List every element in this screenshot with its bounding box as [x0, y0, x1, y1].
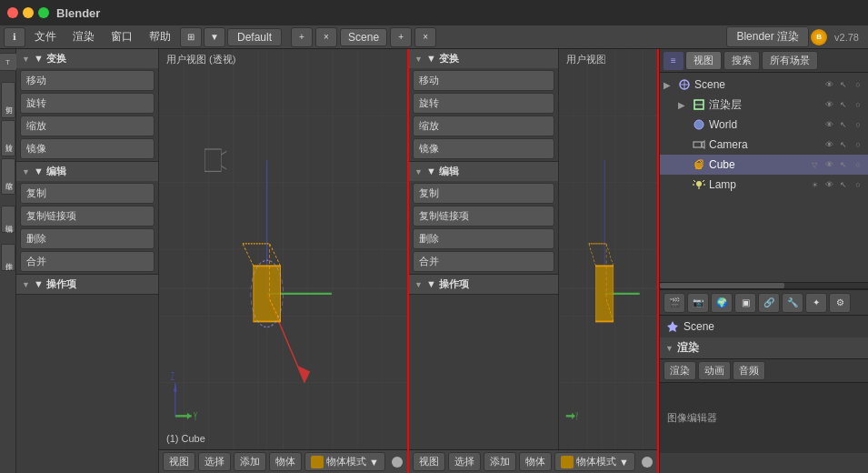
scene-icon-right[interactable]: × [315, 27, 337, 47]
cam-cursor-icon[interactable]: ↖ [837, 138, 850, 151]
right-vp-3d[interactable]: 用户视图 [559, 49, 657, 449]
props-icon-render[interactable]: 🎬 [663, 293, 685, 313]
sidebar-icon-2[interactable]: 编辑 [1, 206, 15, 233]
sidebar-icon-1[interactable]: T [0, 53, 17, 71]
rv-join-btn[interactable]: 合并 [413, 251, 554, 272]
vr-select-btn[interactable]: 选择 [448, 452, 481, 471]
props-icon-physics[interactable]: ⚙ [829, 293, 851, 313]
vl-view-btn[interactable]: 视图 [163, 452, 195, 471]
duplicate-link-btn[interactable]: 复制链接项 [20, 206, 155, 226]
outliner-scrollbar-thumb[interactable] [660, 283, 784, 288]
sidebar-icon-scale[interactable]: 缩放 [1, 158, 15, 195]
renderlayer-expand[interactable]: ▶ [678, 100, 691, 110]
tree-item-world[interactable]: World 👁 ↖ ○ [660, 115, 868, 135]
props-icon-world[interactable]: 🌍 [711, 293, 733, 313]
cube-filter-icon[interactable]: ▽ [808, 158, 821, 171]
lamp-eye-icon[interactable]: 👁 [823, 178, 835, 191]
vl-object-btn[interactable]: 物体 [269, 452, 302, 471]
scene-icon-left[interactable]: + [291, 27, 313, 47]
menu-render[interactable]: 渲染 [65, 27, 102, 46]
minimize-button[interactable] [23, 7, 34, 18]
transform-header[interactable]: ▼ ▼ 变换 [16, 49, 158, 68]
close-button[interactable] [7, 7, 18, 18]
workspace-label[interactable]: Default [227, 28, 282, 46]
rv-rotate-btn[interactable]: 旋转 [413, 93, 554, 114]
outliner-icon[interactable]: ≡ [663, 52, 683, 70]
info-icon[interactable]: ℹ [4, 27, 25, 47]
vl-sphere-icon[interactable] [392, 457, 403, 468]
world-cursor-icon[interactable]: ↖ [837, 118, 850, 131]
join-btn[interactable]: 合并 [20, 251, 155, 272]
cube-cursor-icon[interactable]: ↖ [837, 158, 850, 171]
maximize-button[interactable] [38, 7, 49, 18]
duplicate-btn[interactable]: 复制 [20, 183, 155, 204]
props-icon-constraints[interactable]: 🔗 [758, 293, 780, 313]
props-icon-object[interactable]: ▣ [734, 293, 756, 313]
move-btn[interactable]: 移动 [20, 70, 155, 91]
menu-help[interactable]: 帮助 [142, 27, 178, 46]
vr-object-btn[interactable]: 物体 [519, 452, 552, 471]
scene-cursor-icon[interactable]: ↖ [837, 78, 850, 91]
scene-eye-icon[interactable]: 👁 [823, 78, 835, 91]
rl-icon-2[interactable]: ↖ [837, 98, 850, 111]
ops-header[interactable]: ▼ ▼ 操作项 [16, 275, 158, 294]
sidebar-icon-cut[interactable]: 剪切 [1, 82, 15, 118]
rv-scale-btn[interactable]: 缩放 [413, 116, 554, 136]
props-icon-scene[interactable]: 📷 [687, 293, 709, 313]
scene-select[interactable]: Scene [340, 28, 387, 46]
tab-render[interactable]: 渲染 [663, 361, 696, 380]
cam-eye-icon[interactable]: 👁 [823, 138, 835, 151]
tree-item-cube[interactable]: Cube ▽ 👁 ↖ ○ [660, 155, 868, 175]
mirror-btn[interactable]: 镜像 [20, 138, 155, 159]
tree-item-camera[interactable]: Camera 👁 ↖ ○ [660, 135, 868, 155]
rotate-btn[interactable]: 旋转 [20, 93, 155, 114]
rl-icon-3[interactable]: ○ [852, 98, 864, 111]
menu-file[interactable]: 文件 [27, 27, 64, 46]
outliner-tab-view[interactable]: 视图 [685, 51, 722, 70]
world-render-icon[interactable]: ○ [852, 118, 864, 131]
vl-mode-select[interactable]: 物体模式 ▼ [304, 452, 385, 471]
rv-move-btn[interactable]: 移动 [413, 70, 554, 91]
outliner-scrollbar[interactable] [660, 282, 868, 289]
menu-window[interactable]: 窗口 [104, 27, 140, 46]
cube-eye-icon[interactable]: 👁 [823, 158, 835, 171]
lamp-cursor-icon[interactable]: ↖ [837, 178, 850, 191]
scale-btn[interactable]: 缩放 [20, 116, 155, 136]
delete-btn[interactable]: 删除 [20, 228, 155, 249]
lamp-filter-icon[interactable]: ☀ [808, 178, 821, 191]
vr-sphere-icon[interactable] [642, 457, 653, 468]
rv-transform-header[interactable]: ▼ ▼ 变换 [409, 49, 558, 68]
world-eye-icon[interactable]: 👁 [823, 118, 835, 131]
tab-animation[interactable]: 动画 [698, 361, 731, 380]
render-section-header[interactable]: ▼ 渲染 [660, 337, 868, 359]
vr-mode-select[interactable]: 物体模式 ▼ [554, 452, 635, 471]
vr-view-btn[interactable]: 视图 [413, 452, 445, 471]
props-icon-modifiers[interactable]: 🔧 [782, 293, 803, 313]
outliner-tab-search[interactable]: 搜索 [723, 51, 760, 70]
layout-icon[interactable]: ⊞ [180, 27, 202, 47]
sidebar-icon-rot[interactable]: 旋转 [1, 120, 15, 156]
tree-item-scene[interactable]: ▶ Scene 👁 ↖ ○ [660, 75, 868, 95]
cam-render-icon[interactable]: ○ [852, 138, 864, 151]
vl-select-btn[interactable]: 选择 [198, 452, 231, 471]
scene-render-icon[interactable]: ○ [852, 78, 864, 91]
vr-add-btn[interactable]: 添加 [484, 452, 516, 471]
cube-render-icon[interactable]: ○ [852, 158, 864, 171]
sidebar-icon-3[interactable]: 操作 [1, 244, 15, 271]
outliner-tab-all[interactable]: 所有场景 [762, 51, 818, 70]
render-engine-btn[interactable]: Blender 渲染 [726, 26, 809, 47]
tab-audio[interactable]: 音频 [733, 361, 765, 380]
rv-edit-header[interactable]: ▼ ▼ 编辑 [409, 162, 558, 181]
rv-duplicate-link-btn[interactable]: 复制链接项 [413, 206, 554, 226]
scene-add[interactable]: + [390, 27, 412, 47]
tree-item-renderlayer[interactable]: ▶ 渲染层 👁 ↖ ○ [660, 95, 868, 115]
props-icon-particles[interactable]: ✦ [805, 293, 827, 313]
edit-header[interactable]: ▼ ▼ 编辑 [16, 162, 158, 181]
rv-delete-btn[interactable]: 删除 [413, 228, 554, 249]
vl-add-btn[interactable]: 添加 [234, 452, 266, 471]
rl-icon-1[interactable]: 👁 [823, 98, 835, 111]
scene-expand[interactable]: ▶ [663, 80, 676, 90]
layout-icon2[interactable]: ▼ [204, 27, 225, 47]
rv-duplicate-btn[interactable]: 复制 [413, 183, 554, 204]
rv-ops-header[interactable]: ▼ ▼ 操作项 [409, 275, 558, 294]
